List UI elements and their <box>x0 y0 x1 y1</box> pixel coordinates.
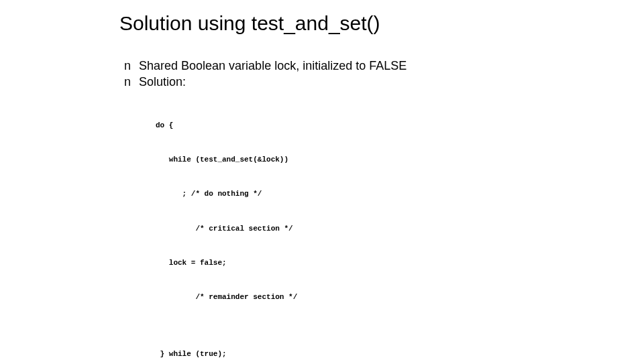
code-line: /* remainder section */ <box>156 292 297 303</box>
bullet-marker-icon: n <box>124 74 139 90</box>
slide-title: Solution using test_and_set() <box>119 12 380 35</box>
bullet-item: n Shared Boolean variable lock, initiali… <box>124 58 407 74</box>
bullet-text: Solution: <box>139 74 186 90</box>
bullet-marker-icon: n <box>124 58 139 74</box>
code-line: /* critical section */ <box>156 223 297 235</box>
code-line: ; /* do nothing */ <box>156 188 297 200</box>
code-line: lock = false; <box>156 257 297 269</box>
code-line: do { <box>156 120 297 131</box>
code-line: while (test_and_set(&lock)) <box>156 154 297 166</box>
slide: Solution using test_and_set() n Shared B… <box>0 0 644 362</box>
bullet-text: Shared Boolean variable lock, initialize… <box>139 58 407 74</box>
bullet-item: n Solution: <box>124 74 407 90</box>
code-line: } while (true); <box>156 349 297 360</box>
bullet-list: n Shared Boolean variable lock, initiali… <box>124 58 407 90</box>
code-block: do { while (test_and_set(&lock)) ; /* do… <box>156 97 297 362</box>
